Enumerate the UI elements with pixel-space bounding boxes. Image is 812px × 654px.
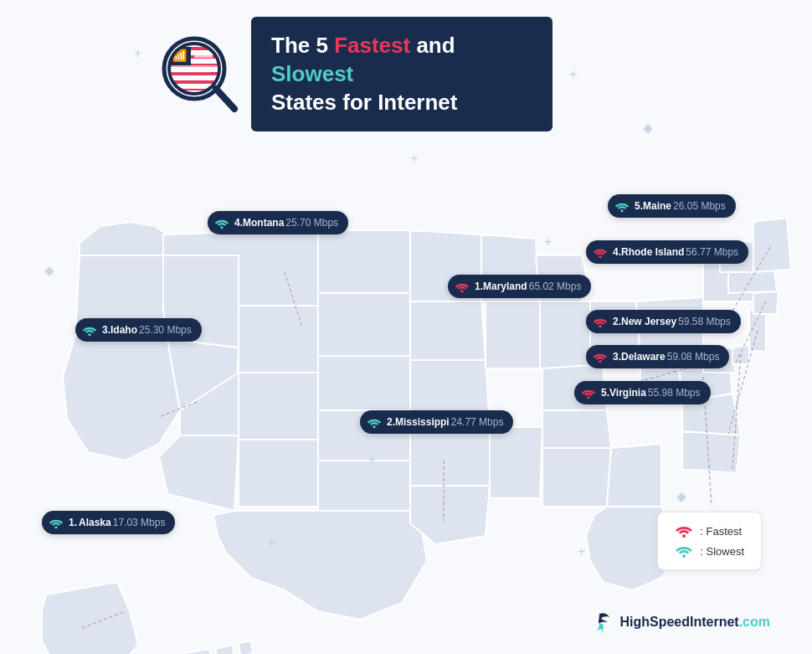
legend-fastest-label: : Fastest xyxy=(700,525,742,538)
legend-slowest-icon xyxy=(675,544,693,558)
maine-name: Maine xyxy=(643,200,671,212)
svg-marker-65 xyxy=(216,645,234,654)
wifi-fastest-icon-3 xyxy=(593,349,608,364)
svg-point-89 xyxy=(604,615,607,617)
ri-rank: 4. xyxy=(613,246,621,258)
wifi-slowest-icon-2 xyxy=(367,415,382,430)
wifi-slowest-icon-5 xyxy=(614,198,630,214)
svg-point-84 xyxy=(599,360,601,363)
nj-name: New Jersey xyxy=(621,316,676,327)
svg-marker-62 xyxy=(753,218,791,272)
idaho-rank: 3. xyxy=(102,324,110,336)
svg-marker-17 xyxy=(80,222,167,255)
label-montana: 4. Montana 25.70 Mbps xyxy=(208,211,348,234)
idaho-speed: 25.30 Mbps xyxy=(139,324,192,336)
wifi-slowest-icon-3 xyxy=(82,322,97,337)
ri-speed: 56.77 Mbps xyxy=(686,246,738,258)
svg-point-88 xyxy=(682,554,686,558)
alaska-rank: 1. xyxy=(69,517,77,528)
svg-point-82 xyxy=(460,290,463,292)
va-name: Virginia xyxy=(609,387,646,399)
va-speed: 55.98 Mbps xyxy=(648,387,701,399)
brand-tld: .com xyxy=(739,615,770,629)
wifi-fastest-icon-2 xyxy=(593,314,608,329)
svg-marker-45 xyxy=(542,410,611,448)
brand-name: HighSpeedInternet.com xyxy=(619,615,770,630)
decoration-plus-1: + xyxy=(134,46,141,61)
montana-name: Montana xyxy=(243,217,284,229)
va-rank: 5. xyxy=(601,387,609,399)
svg-marker-35 xyxy=(410,301,486,360)
title-box: The 5 Fastest and SlowestStates for Inte… xyxy=(251,17,552,131)
svg-marker-30 xyxy=(318,356,414,410)
svg-point-86 xyxy=(587,396,589,399)
legend-slowest-label: : Slowest xyxy=(700,545,744,558)
idaho-name: Idaho xyxy=(110,324,137,336)
maine-rank: 5. xyxy=(635,200,643,212)
decoration-plus-8: + xyxy=(578,544,585,559)
svg-marker-43 xyxy=(540,301,590,368)
svg-rect-15 xyxy=(169,75,215,78)
maryland-speed: 65.02 Mbps xyxy=(529,281,582,292)
brand-text: HighSpeedInternet xyxy=(619,615,738,629)
decoration-plus-6: + xyxy=(368,452,376,467)
svg-marker-53 xyxy=(682,431,741,473)
de-name: Delaware xyxy=(621,351,666,363)
title-prefix: The 5 xyxy=(271,33,334,58)
title-fastest: Fastest xyxy=(334,33,410,58)
de-rank: 3. xyxy=(613,351,621,363)
legend-fastest-icon xyxy=(675,524,693,538)
brand-bird-icon xyxy=(584,607,614,637)
legend-slowest: : Slowest xyxy=(675,544,744,558)
decoration-plus-3: + xyxy=(569,67,577,82)
decoration-plus-2: + xyxy=(410,151,418,166)
svg-rect-14 xyxy=(169,70,211,73)
svg-point-83 xyxy=(599,325,601,327)
svg-marker-33 xyxy=(213,511,427,620)
legend-box: : Fastest : Slowest xyxy=(657,512,762,570)
mississippi-name: Mississippi xyxy=(395,416,450,428)
mississippi-speed: 24.77 Mbps xyxy=(451,416,504,428)
label-rhode-island: 4. Rhode Island 56.77 Mbps xyxy=(586,240,748,264)
svg-point-85 xyxy=(599,255,601,258)
svg-line-1 xyxy=(216,89,234,109)
wifi-fastest-icon-4 xyxy=(593,245,608,260)
svg-point-80 xyxy=(220,226,223,229)
svg-marker-26 xyxy=(159,435,239,511)
svg-marker-40 xyxy=(486,301,542,368)
label-idaho: 3. Idaho 25.30 Mbps xyxy=(75,318,202,342)
title-and: and xyxy=(410,33,455,58)
svg-marker-59 xyxy=(753,291,779,314)
label-maryland: 1. Maryland 65.02 Mbps xyxy=(448,275,591,298)
title-slowest: Slowest xyxy=(271,61,353,86)
label-new-jersey: 2. New Jersey 59.58 Mbps xyxy=(586,310,741,333)
maryland-rank: 1. xyxy=(475,281,483,292)
de-speed: 59.08 Mbps xyxy=(667,351,720,363)
svg-marker-28 xyxy=(318,230,410,293)
svg-point-87 xyxy=(682,534,686,538)
wifi-slowest-icon-4 xyxy=(214,215,229,230)
montana-rank: 4. xyxy=(234,217,243,229)
legend-fastest: : Fastest xyxy=(675,524,744,538)
svg-marker-66 xyxy=(239,641,253,654)
main-container: + + + + + + + + xyxy=(0,0,812,654)
label-virginia: 5. Virginia 55.98 Mbps xyxy=(574,381,711,404)
svg-marker-32 xyxy=(318,461,419,511)
nj-rank: 2. xyxy=(613,316,621,327)
wifi-fastest-icon-1 xyxy=(455,279,470,294)
svg-marker-46 xyxy=(542,448,611,507)
svg-marker-27 xyxy=(239,440,322,507)
decoration-plus-7: + xyxy=(268,536,275,551)
title-suffix: States for Internet xyxy=(271,90,458,115)
svg-point-77 xyxy=(54,526,57,528)
mississippi-rank: 2. xyxy=(387,416,395,428)
label-maine: 5. Maine 26.05 Mbps xyxy=(608,194,736,218)
decoration-plus-4: + xyxy=(544,234,552,250)
svg-marker-63 xyxy=(42,582,138,654)
svg-marker-19 xyxy=(63,335,180,461)
svg-marker-41 xyxy=(490,427,542,498)
alaska-speed: 17.03 Mbps xyxy=(113,517,166,528)
label-delaware: 3. Delaware 59.08 Mbps xyxy=(586,345,729,368)
svg-point-79 xyxy=(88,333,90,336)
svg-marker-47 xyxy=(607,444,661,507)
